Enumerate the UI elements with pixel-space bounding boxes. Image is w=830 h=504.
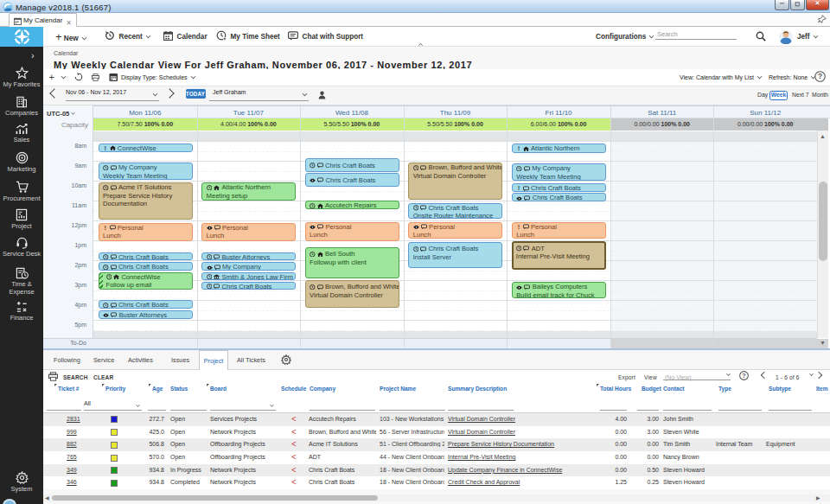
svg-text:?: ? <box>742 373 745 379</box>
svg-text:?: ? <box>818 72 822 80</box>
